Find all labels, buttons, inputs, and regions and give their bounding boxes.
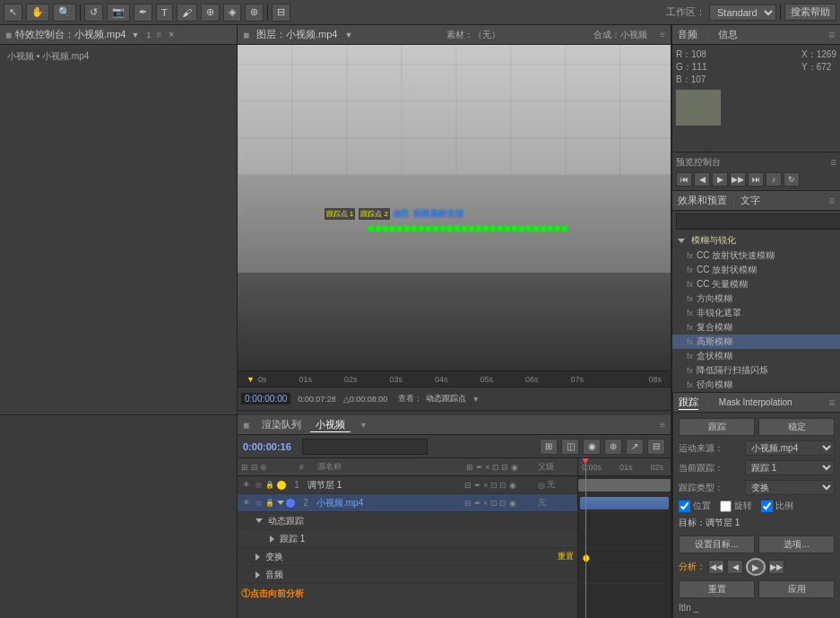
effect-item-7[interactable]: fx 盒状模糊 — [672, 349, 840, 363]
options-btn[interactable]: 选项... — [758, 535, 835, 553]
effect-item-0[interactable]: fx CC 放射状快速模糊 — [672, 248, 840, 263]
effect-controls-content: 小视频 • 小视频.mp4 — [0, 45, 237, 414]
effect-item-1[interactable]: fx CC 放射状模糊 — [672, 263, 840, 277]
prev-last-btn[interactable]: ⏭ — [748, 172, 764, 187]
preview-menu[interactable]: ≡ — [830, 156, 836, 169]
apply-btn[interactable]: 应用 — [758, 580, 835, 598]
effects-menu[interactable]: ≡ — [828, 195, 835, 207]
timecode-current[interactable]: 0:00:00:00 — [241, 393, 290, 405]
tl-comp-btn[interactable]: ◫ — [561, 439, 579, 455]
tab-audio[interactable]: 音频 — [678, 28, 697, 41]
effects-tab[interactable]: 效果和预置 — [678, 194, 727, 207]
tl-graph-btn[interactable]: ↗ — [626, 439, 644, 455]
brush-tool[interactable]: 🖌 — [177, 4, 197, 22]
stabilize-btn[interactable]: 稳定 — [758, 418, 835, 436]
eye-icon-1[interactable]: 👁 — [241, 480, 252, 491]
right-panel-menu[interactable]: ≡ — [828, 29, 835, 41]
cb-position-check[interactable] — [679, 500, 690, 512]
tl-search-input[interactable] — [302, 439, 428, 455]
pen-tool[interactable]: ✒ — [134, 4, 152, 22]
effect-item-4[interactable]: fx 非锐化遮罩 — [672, 306, 840, 320]
cb-rotation-label: 旋转 — [734, 500, 752, 512]
view-arrow[interactable]: ▼ — [472, 395, 480, 404]
effects-category[interactable]: 模糊与锐化 — [672, 232, 840, 248]
close-panel-btn[interactable]: × — [169, 30, 174, 39]
lock-icon-1[interactable]: 🔒 — [264, 480, 275, 491]
tl-toggle-switches[interactable]: ⊞ — [540, 439, 558, 455]
transform-reset[interactable]: 重置 — [558, 551, 574, 562]
tab-render-queue[interactable]: 渲染队列 — [256, 418, 307, 432]
tl-3d-btn[interactable]: ⊟ — [647, 439, 665, 455]
tab-comp[interactable]: 小视频 — [310, 418, 351, 432]
reset-btn[interactable]: 重置 — [679, 580, 755, 598]
lock-icon-2[interactable]: 🔒 — [264, 498, 275, 509]
layer-row-2[interactable]: 👁 ◎ 🔒 2 小视频.mp4 ⊟ ✒ × ⊡ ⊡ ◉ — [238, 494, 577, 512]
puppet-tool[interactable]: ⊛ — [245, 4, 264, 22]
effects-search-input[interactable] — [676, 213, 840, 230]
prev-forward-btn[interactable]: ▶▶ — [730, 172, 746, 187]
mask-interp-tab[interactable]: Mask Interpolation — [719, 397, 792, 407]
tracking-tab[interactable]: 跟踪 — [679, 396, 698, 410]
prev-play-btn[interactable]: ▶ — [712, 172, 728, 187]
analysis-next-btn[interactable]: ▶▶ — [768, 560, 784, 574]
layer-row-1[interactable]: 👁 ◎ 🔒 1 调节层 1 ⊟ ✒ × ⊡ ⊡ ◉ ◎ 无 — [238, 476, 577, 494]
snapping-btn[interactable]: ⊟ — [272, 4, 290, 22]
tl-current-time[interactable]: 0:00:00:16 — [243, 441, 291, 452]
col-parent: 父级 — [538, 461, 574, 473]
sublayer-audio[interactable]: 音频 — [238, 566, 577, 584]
solo-icon-1[interactable]: ◎ — [253, 480, 264, 491]
prev-back-btn[interactable]: ◀ — [694, 172, 710, 187]
zoom-tool[interactable]: 🔍 — [53, 4, 76, 22]
effect-item-5[interactable]: fx 复合模糊 — [672, 320, 840, 335]
comp-menu[interactable]: ≡ — [660, 30, 665, 39]
effect-item-3[interactable]: fx 方向模糊 — [672, 292, 840, 306]
effect-item-8[interactable]: fx 降低隔行扫描闪烁 — [672, 363, 840, 378]
tl-motion-btn[interactable]: ⊛ — [604, 439, 622, 455]
sublayer-motion-track[interactable]: 动态跟踪 — [238, 512, 577, 530]
arrow-tool[interactable]: ↖ — [4, 4, 22, 22]
effect-item-2[interactable]: fx CC 矢量模糊 — [672, 277, 840, 292]
tab-info[interactable]: 信息 — [718, 28, 738, 41]
motion-source-select[interactable]: 小视频.mp4 — [745, 440, 835, 456]
panel-menu[interactable]: ≡ — [156, 30, 161, 39]
set-target-btn[interactable]: 设置目标... — [679, 535, 755, 553]
effect-controls-panel: ◼ 特效控制台：小视频.mp4 ▼ 1 ≡ × 小视频 • 小视频.mp4 — [0, 25, 237, 415]
prev-loop-btn[interactable]: ↻ — [784, 172, 800, 187]
workspace-select[interactable]: Standard — [709, 4, 776, 21]
tl-menu[interactable]: ≡ — [660, 420, 665, 430]
eye-icon-2[interactable]: 👁 — [241, 498, 252, 509]
tracking-btn[interactable]: 跟踪 — [679, 418, 755, 436]
cb-scale[interactable]: 比例 — [761, 500, 793, 512]
ruler-07s: 07s — [571, 375, 585, 384]
clone-tool[interactable]: ⊕ — [201, 4, 220, 22]
cb-rotation[interactable]: 旋转 — [720, 500, 752, 512]
eraser-tool[interactable]: ◈ — [223, 4, 241, 22]
tl-arrow[interactable]: ▼ — [359, 421, 368, 430]
analysis-forward-btn[interactable]: ▶ — [746, 558, 766, 576]
sublayer-transform[interactable]: 变换 重置 — [238, 548, 577, 566]
cb-rotation-check[interactable] — [720, 500, 732, 512]
tracking-menu[interactable]: ≡ — [828, 396, 835, 409]
text-tab[interactable]: 文字 — [740, 194, 760, 207]
text-tool[interactable]: T — [156, 4, 173, 22]
effect-item-6[interactable]: fx 高斯模糊 — [672, 335, 840, 349]
cb-scale-check[interactable] — [761, 500, 773, 512]
layer2-expand[interactable] — [277, 500, 284, 505]
effect-item-9[interactable]: fx 径向模糊 — [672, 378, 840, 392]
track-type-select[interactable]: 变换 — [745, 480, 835, 495]
prev-audio-btn[interactable]: ♪ — [766, 172, 782, 187]
timeline-toolbar: 0:00:00:16 ⊞ ◫ ◉ ⊛ ↗ ⊟ — [238, 435, 671, 458]
tl-solo-btn[interactable]: ◉ — [583, 439, 601, 455]
tracking-content: 跟踪 稳定 运动来源： 小视频.mp4 当前跟踪： 跟踪 1 跟踪类型： — [673, 413, 840, 618]
analysis-prev-btn[interactable]: ◀◀ — [708, 560, 724, 574]
sublayer-track1[interactable]: 跟踪 1 — [238, 530, 577, 548]
cb-position[interactable]: 位置 — [679, 500, 711, 512]
search-help-btn[interactable]: 搜索帮助 — [784, 4, 836, 21]
camera-tool[interactable]: 📷 — [107, 4, 130, 22]
analysis-back-btn[interactable]: ◀ — [727, 560, 743, 574]
current-track-select[interactable]: 跟踪 1 — [745, 460, 835, 475]
solo-icon-2[interactable]: ◎ — [253, 498, 264, 509]
prev-first-btn[interactable]: ⏮ — [676, 172, 692, 187]
hand-tool[interactable]: ✋ — [26, 4, 49, 22]
rotate-tool[interactable]: ↺ — [84, 4, 103, 22]
